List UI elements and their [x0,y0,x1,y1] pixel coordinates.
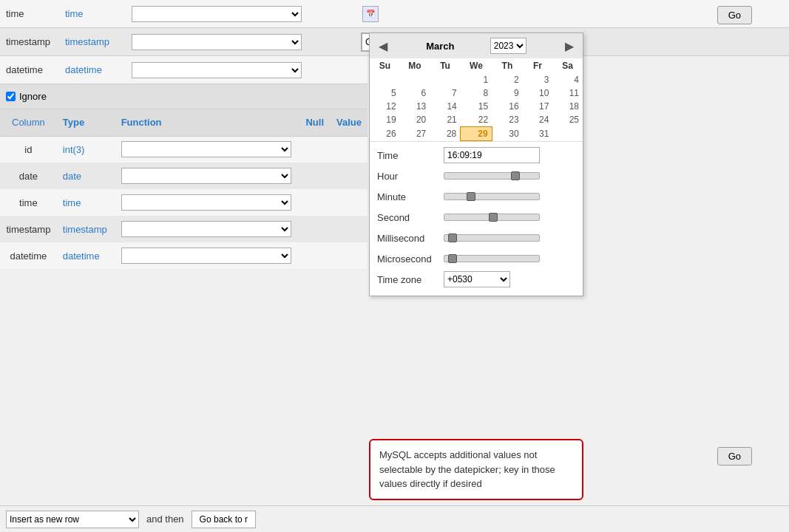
us-thumb [448,254,457,263]
cal-cell[interactable] [370,73,400,86]
dt-col1: datetime [6,64,65,75]
row-id-func-select[interactable] [121,141,291,157]
cal-cell[interactable] [400,73,430,86]
note-box: MySQL accepts additional values not sele… [369,439,583,500]
cal-cell[interactable]: 9 [492,86,523,100]
and-then-label: and then [146,514,184,525]
row-ts-null [299,216,331,242]
hour-label: Hour [377,171,444,182]
cal-cell[interactable]: 25 [552,113,583,127]
cal-cell[interactable]: 17 [523,100,553,113]
cal-cell[interactable]: 28 [430,127,461,141]
ignore-row: Ignore [0,84,368,109]
cal-grid: Su Mo Tu We Th Fr Sa 1 2 3 4 [370,58,583,141]
row-id-null [299,136,331,163]
ms-slider[interactable] [444,234,540,242]
col-header-null: Null [299,109,331,136]
cal-cell[interactable]: 20 [400,113,430,127]
row-date-null [299,163,331,189]
us-row: Microsecond [377,250,575,267]
minute-label: Minute [377,191,444,202]
hour-slider[interactable] [444,172,540,180]
time-label: Time [377,150,444,161]
tz-select[interactable]: +0530 +0000 +0100 +0200 +0800 +0900 [444,271,510,287]
cal-cell[interactable]: 18 [552,100,583,113]
cal-cell[interactable]: 19 [370,113,400,127]
cal-day-fr: Fr [523,58,553,73]
ignore-checkbox[interactable] [6,92,16,101]
cal-month-label: March [426,41,454,52]
cal-day-su: Su [370,58,400,73]
cal-cell[interactable]: 13 [400,100,430,113]
minute-row: Minute [377,188,575,205]
cal-week-4: 19 20 21 22 23 24 25 [370,113,583,127]
data-table: Column Type Function Null Value id int(3… [0,109,368,269]
row-date-func-select[interactable] [121,168,291,184]
cal-cell[interactable]: 16 [492,100,523,113]
row-dt-col: datetime [0,242,57,269]
cal-cell[interactable]: 27 [400,127,430,141]
go-back-button[interactable]: Go back to r [192,511,256,528]
ms-label: Millisecond [377,233,444,244]
cal-cell[interactable]: 10 [523,86,553,100]
row-ts-col: timestamp [0,216,57,242]
cal-cell[interactable]: 31 [523,127,553,141]
row-time-value [331,189,368,216]
top-ts-func-select[interactable] [132,34,302,50]
cal-cell[interactable]: 4 [552,73,583,86]
cal-cell[interactable]: 5 [370,86,400,100]
top-time-col1: time [6,8,65,19]
cal-cell[interactable]: 12 [370,100,400,113]
cal-cell[interactable]: 21 [430,113,461,127]
go-button-bottom[interactable]: Go [717,447,752,466]
row-dt-null [299,242,331,269]
cal-prev-btn[interactable]: ◀ [376,38,390,53]
cal-week-2: 5 6 7 8 9 10 11 [370,86,583,100]
cal-day-mo: Mo [400,58,430,73]
row-dt-func-select[interactable] [121,248,291,264]
cal-cell-29[interactable]: 29 [461,127,492,141]
row-date-type: date [57,163,115,189]
row-ts-func-select[interactable] [121,221,291,237]
cal-cell[interactable]: 30 [492,127,523,141]
row-time-func-select[interactable] [121,194,291,211]
us-slider[interactable] [444,255,540,262]
cal-cell[interactable]: 22 [461,113,492,127]
cal-cell[interactable]: 23 [492,113,523,127]
cal-cell[interactable]: 24 [523,113,553,127]
cal-cell[interactable]: 6 [400,86,430,100]
cal-week-5: 26 27 28 29 30 31 [370,127,583,141]
cal-cell[interactable]: 2 [492,73,523,86]
table-row: date date [0,163,368,189]
time-value-input[interactable] [444,147,540,163]
top-time-cal-icon[interactable]: 📅 [362,6,379,22]
dt-col2: datetime [65,64,132,75]
second-slider[interactable] [444,214,540,221]
cal-year-select[interactable]: 2020 2021 2022 2023 2024 2025 [490,38,526,54]
cal-cell[interactable]: 26 [370,127,400,141]
cal-header: ◀ March 2020 2021 2022 2023 2024 2025 ▶ [370,33,583,58]
tz-row: Time zone +0530 +0000 +0100 +0200 +0800 … [377,270,575,288]
col-header-value: Value [331,109,368,136]
ignore-label: Ignore [19,91,47,102]
cal-day-th: Th [492,58,523,73]
cal-cell[interactable]: 8 [461,86,492,100]
time-row: Time [377,146,575,164]
bottom-bar: Insert as new row and then Go back to r [0,505,789,532]
cal-cell[interactable]: 1 [461,73,492,86]
cal-cell[interactable]: 11 [552,86,583,100]
go-button-top[interactable]: Go [717,6,752,24]
cal-cell[interactable]: 7 [430,86,461,100]
hour-thumb [511,171,520,180]
cal-cell[interactable]: 3 [523,73,553,86]
cal-cell[interactable]: 14 [430,100,461,113]
cal-cell[interactable] [552,127,583,141]
cal-cell[interactable] [430,73,461,86]
minute-slider[interactable] [444,193,540,200]
insert-option-select[interactable]: Insert as new row [6,511,139,528]
top-time-func-select[interactable] [132,6,302,22]
cal-next-btn[interactable]: ▶ [562,38,577,53]
dt-func-select[interactable] [132,62,302,78]
cal-cell[interactable]: 15 [461,100,492,113]
note-text: MySQL accepts additional values not sele… [379,449,555,489]
